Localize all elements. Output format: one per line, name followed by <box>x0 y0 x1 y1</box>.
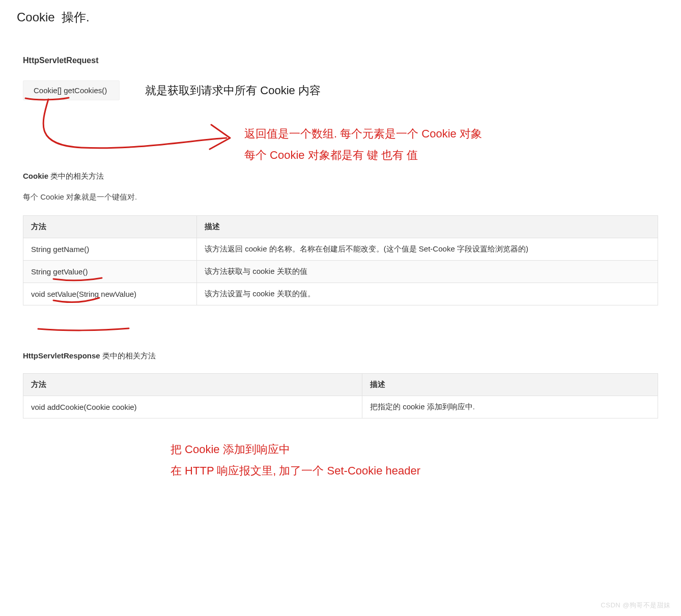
cookie-class-heading: Cookie 类中的相关方法 <box>23 172 658 181</box>
table-cell-method: void setValue(String newValue) <box>23 283 197 305</box>
code-chip-getcookies: Cookie[] getCookies() <box>23 80 120 100</box>
annotation-2: 把 Cookie 添加到响应中 在 HTTP 响应报文里, 加了一个 Set-C… <box>171 439 658 482</box>
table-row: String getName() 该方法返回 cookie 的名称。名称在创建后… <box>23 238 658 261</box>
table-cell-method: String getValue() <box>23 261 197 283</box>
table-row: String getValue() 该方法获取与 cookie 关联的值 <box>23 261 658 283</box>
section2-heading-bold: HttpServletResponse <box>23 351 100 360</box>
annotation-1: 返回值是一个数组. 每个元素是一个 Cookie 对象 每个 Cookie 对象… <box>244 123 482 166</box>
section2-heading: HttpServletResponse 类中的相关方法 <box>23 351 658 361</box>
page-title: Cookie 操作. <box>17 9 658 25</box>
table-row: 方法 描述 <box>23 374 658 396</box>
arrow-ink-1 <box>20 89 234 176</box>
table-row: void setValue(String newValue) 该方法设置与 co… <box>23 283 658 305</box>
watermark: CSDN @狗哥不是甜妹 <box>601 601 671 610</box>
cookie-methods-table: 方法 描述 String getName() 该方法返回 cookie 的名称。… <box>23 215 658 305</box>
table-row: void addCookie(Cookie cookie) 把指定的 cooki… <box>23 396 658 418</box>
table-header-desc: 描述 <box>197 216 658 238</box>
table2-header-desc: 描述 <box>362 374 658 396</box>
row-get-cookies: Cookie[] getCookies() 就是获取到请求中所有 Cookie … <box>23 80 658 100</box>
cookie-class-heading-bold: Cookie <box>23 172 48 180</box>
section1-heading: HttpServletRequest <box>23 56 658 65</box>
annotation-2-line1: 把 Cookie 添加到响应中 <box>171 439 658 460</box>
table-row: 方法 描述 <box>23 216 658 238</box>
table-cell-desc: 该方法设置与 cookie 关联的值。 <box>197 283 658 305</box>
section1-heading-text: HttpServletRequest <box>23 56 98 65</box>
response-methods-table: 方法 描述 void addCookie(Cookie cookie) 把指定的… <box>23 373 658 418</box>
section2-heading-rest: 类中的相关方法 <box>100 351 156 360</box>
annotation-2-line2: 在 HTTP 响应报文里, 加了一个 Set-Cookie header <box>171 460 658 482</box>
table-cell-desc: 该方法获取与 cookie 关联的值 <box>197 261 658 283</box>
annotation-1-line2: 每个 Cookie 对象都是有 键 也有 值 <box>244 145 482 166</box>
annotation-1-line1: 返回值是一个数组. 每个元素是一个 Cookie 对象 <box>244 123 482 145</box>
cookie-class-heading-rest: 类中的相关方法 <box>48 172 104 180</box>
table2-header-method: 方法 <box>23 374 362 396</box>
cookie-class-para: 每个 Cookie 对象就是一个键值对. <box>23 192 658 202</box>
row1-text: 就是获取到请求中所有 Cookie 内容 <box>145 83 321 98</box>
table-cell-desc: 该方法返回 cookie 的名称。名称在创建后不能改变。(这个值是 Set-Co… <box>197 238 658 261</box>
table-header-method: 方法 <box>23 216 197 238</box>
table2-cell-method: void addCookie(Cookie cookie) <box>23 396 362 418</box>
table2-cell-desc: 把指定的 cookie 添加到响应中. <box>362 396 658 418</box>
table-cell-method: String getName() <box>23 238 197 261</box>
